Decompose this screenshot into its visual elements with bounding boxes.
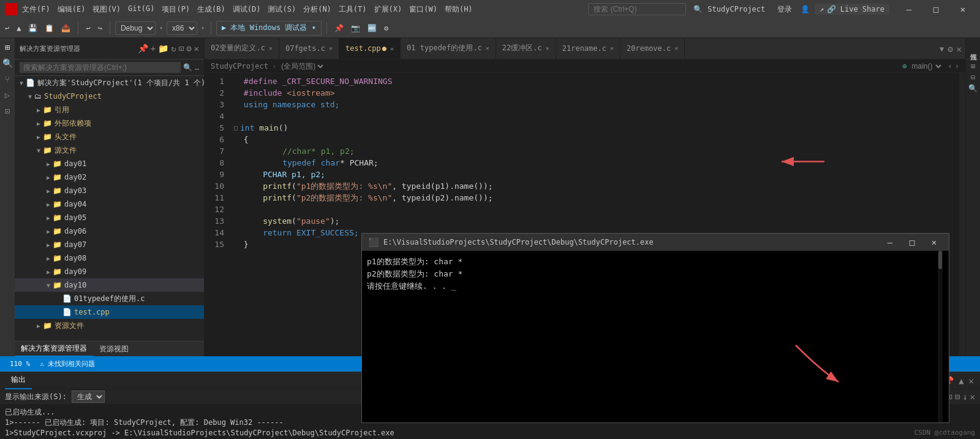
tab-remove[interactable]: 20remove.c ✕: [620, 38, 685, 59]
activity-git[interactable]: ⑂: [1, 72, 14, 86]
tree-project[interactable]: ▼ 🗂 StudyCProject: [15, 90, 204, 103]
tab-close-fgets[interactable]: ✕: [329, 45, 333, 52]
tab-fgets[interactable]: 07fgets.c ✕: [279, 38, 339, 59]
menu-window[interactable]: 窗口(W): [409, 4, 437, 15]
menu-file[interactable]: 文件(F): [22, 4, 50, 15]
breadcrumb-scope-dropdown[interactable]: (全局范围): [279, 61, 325, 71]
sidebar-folder[interactable]: 📁: [158, 44, 168, 53]
terminal-scrollbar[interactable]: [938, 251, 943, 422]
tab-solution-explorer[interactable]: 解决方案资源管理器: [15, 342, 93, 357]
run-button[interactable]: ▶ 本地 Windows 调试器 ▾: [216, 21, 322, 36]
terminal-close[interactable]: ✕: [925, 234, 943, 251]
maximize-button[interactable]: □: [924, 0, 948, 18]
menu-tools[interactable]: 工具(T): [339, 4, 367, 15]
sidebar-close[interactable]: ✕: [194, 44, 199, 53]
sidebar-item-headers[interactable]: ▶ 📁 头文件: [15, 130, 204, 143]
sidebar-item-day02[interactable]: ▶📁 day02: [15, 170, 204, 184]
sidebar-item-day07[interactable]: ▶📁 day07: [15, 238, 204, 251]
tab-close-variables[interactable]: ✕: [269, 45, 273, 52]
tab-bar-close-panel[interactable]: ✕: [956, 43, 963, 55]
toolbar-extra-1[interactable]: 📌: [332, 21, 346, 36]
properties-icon-1[interactable]: ⊞: [971, 62, 975, 71]
tab-close-testcpp[interactable]: ✕: [390, 45, 394, 52]
breadcrumb-scroll-left[interactable]: ‹: [948, 62, 952, 71]
tab-bar-filter[interactable]: ▼: [938, 44, 945, 55]
sidebar-item-resources[interactable]: ▶📁 资源文件: [15, 319, 204, 332]
search-input[interactable]: [588, 3, 686, 15]
panel-source-select[interactable]: 生成: [72, 391, 105, 403]
sidebar-search-input[interactable]: [20, 62, 181, 73]
tab-close-buffer[interactable]: ✕: [546, 45, 549, 52]
toolbar-btn-1[interactable]: ↩: [2, 21, 12, 36]
properties-icon-3[interactable]: 🔍: [968, 84, 978, 93]
breadcrumb-project[interactable]: StudyCProject: [211, 62, 268, 71]
menu-edit[interactable]: 编辑(E): [58, 4, 86, 15]
sidebar-refresh[interactable]: ↻: [171, 44, 176, 53]
sidebar-item-day06[interactable]: ▶📁 day06: [15, 224, 204, 238]
breadcrumb-symbol-dropdown[interactable]: main(): [910, 61, 943, 71]
terminal-maximize[interactable]: □: [903, 234, 921, 251]
tab-buffer[interactable]: 22缓冲区.c ✕: [496, 38, 556, 59]
panel-toolbar-btn-4[interactable]: ✕: [970, 392, 975, 402]
sidebar-item-refs[interactable]: ▶ 📁 引用: [15, 103, 204, 116]
menu-help[interactable]: 帮助(H): [445, 4, 473, 15]
panel-toolbar-btn-2[interactable]: ⊟: [955, 392, 960, 402]
live-share-button[interactable]: ↗ 🔗 Live Share: [815, 4, 889, 15]
debug-config-dropdown[interactable]: Debug: [115, 21, 156, 35]
sidebar-item-ext-deps[interactable]: ▶ 📁 外部依赖项: [15, 116, 204, 130]
sidebar-pin[interactable]: 📌: [138, 44, 148, 53]
sidebar-item-day05[interactable]: ▶📁 day05: [15, 211, 204, 224]
tab-close-remove[interactable]: ✕: [674, 45, 678, 52]
status-problems[interactable]: ⚠ 未找到相关问题: [35, 359, 100, 368]
search-icon[interactable]: 🔍: [693, 5, 703, 13]
sidebar-item-testcpp[interactable]: 📄 test.cpp: [15, 305, 204, 319]
tab-typedef[interactable]: 01 typedef的使用.c ✕: [401, 38, 496, 59]
sidebar-item-typedef[interactable]: 📄 01typedef的使用.c: [15, 292, 204, 305]
toolbar-btn-5[interactable]: 📤: [59, 21, 73, 36]
toolbar-undo[interactable]: ↩: [83, 21, 92, 36]
sidebar-item-day04[interactable]: ▶📁 day04: [15, 197, 204, 211]
sidebar-search-more[interactable]: …: [195, 63, 199, 72]
activity-search[interactable]: 🔍: [1, 56, 14, 70]
tree-root[interactable]: ▼ 📄 解决方案'StudyCProject'(1 个项目/共 1 个): [15, 76, 204, 90]
toolbar-extra-2[interactable]: 📷: [349, 21, 363, 36]
toolbar-btn-3[interactable]: 💾: [26, 21, 40, 36]
menu-project[interactable]: 项目(P): [162, 4, 190, 15]
minimize-button[interactable]: —: [897, 0, 921, 18]
menu-debug[interactable]: 调试(D): [233, 4, 261, 15]
toolbar-btn-4[interactable]: 📋: [42, 21, 56, 36]
breadcrumb-scroll-right[interactable]: ›: [955, 62, 959, 71]
sidebar-item-day03[interactable]: ▶📁 day03: [15, 184, 204, 197]
menu-analyze[interactable]: 分析(N): [303, 4, 331, 15]
toolbar-btn-2[interactable]: ▲: [14, 21, 23, 36]
menu-view[interactable]: 视图(V): [92, 4, 121, 15]
panel-toolbar-btn-3[interactable]: ↓: [962, 392, 967, 402]
user-login[interactable]: 登录: [777, 4, 792, 15]
tab-bar-settings[interactable]: ⚙: [946, 43, 954, 55]
menu-test[interactable]: 测试(S): [268, 4, 296, 15]
menu-extensions[interactable]: 扩展(X): [374, 4, 402, 15]
toolbar-redo[interactable]: ↪: [96, 21, 105, 36]
activity-explorer[interactable]: ⊞: [1, 40, 14, 54]
tab-rename[interactable]: 21rename.c ✕: [556, 38, 620, 59]
status-zoom[interactable]: 110 %: [5, 360, 35, 368]
panel-close[interactable]: ✕: [968, 375, 975, 387]
activity-extensions[interactable]: ⊡: [1, 104, 14, 118]
sidebar-item-day10[interactable]: ▼📁 day10: [15, 278, 204, 292]
sidebar-new[interactable]: +: [151, 44, 156, 53]
panel-up[interactable]: ▲: [957, 375, 965, 387]
activity-debug[interactable]: ▷: [1, 88, 14, 102]
properties-icon-2[interactable]: ⊟: [971, 73, 975, 82]
toolbar-extra-4[interactable]: ⚙: [382, 21, 391, 36]
tab-close-typedef[interactable]: ✕: [486, 45, 489, 52]
close-button[interactable]: ✕: [951, 0, 975, 18]
menu-build[interactable]: 生成(B): [197, 4, 225, 15]
sidebar-item-sources[interactable]: ▼ 📁 源文件: [15, 143, 204, 157]
sidebar-item-day09[interactable]: ▶📁 day09: [15, 265, 204, 278]
sidebar-item-day08[interactable]: ▶📁 day08: [15, 251, 204, 265]
user-icon[interactable]: 👤: [801, 5, 810, 13]
editor-scrollbar[interactable]: [959, 73, 965, 356]
menu-git[interactable]: Git(G): [128, 4, 154, 15]
tab-variables[interactable]: 02变量的定义.c ✕: [205, 38, 279, 59]
panel-tab-output[interactable]: 输出: [5, 372, 32, 389]
